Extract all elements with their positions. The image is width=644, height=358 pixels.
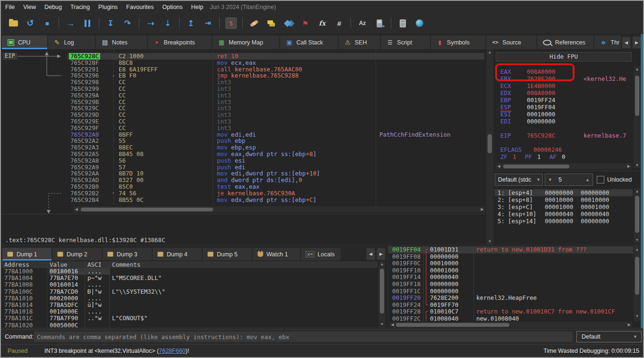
disasm-row[interactable]: 765C92A957push edi xyxy=(1,164,484,171)
menu-debug[interactable]: Debug xyxy=(40,1,66,13)
labels-button[interactable] xyxy=(280,16,297,30)
register-row[interactable]: EDX008A0000 xyxy=(494,89,633,96)
open-file-button[interactable] xyxy=(5,16,22,30)
tab-script[interactable]: ☰Script xyxy=(381,35,430,49)
dump-row[interactable]: 77BA101C77BA7F90..°wL"CONOUT$" xyxy=(1,315,378,322)
hash-button[interactable]: # xyxy=(331,16,348,30)
step-into-button[interactable]: ↧ xyxy=(102,16,119,30)
disasm-row[interactable]: 765C9296▴EB F0jmp kernelbase.765C9288 xyxy=(1,72,484,79)
argument-row[interactable]: 1:[esp+4]0000000000000000 xyxy=(495,189,633,196)
tab-cpu[interactable]: 32CPU xyxy=(2,35,47,49)
stack-row[interactable]: 0019FF1C│00000000 xyxy=(388,288,633,295)
disassembly-v-scrollbar[interactable]: ▲ ▼ xyxy=(486,49,493,244)
disasm-row[interactable]: 765C9291E8 6A19FEFFcall kernelbase.765AA… xyxy=(1,66,484,73)
dump-v-scrollbar[interactable]: ▲ ▼ xyxy=(378,261,385,327)
close-button[interactable]: ■ xyxy=(39,16,56,30)
tab-call-stack[interactable]: ▣Call Stack xyxy=(280,35,337,49)
pause-button[interactable] xyxy=(79,16,96,30)
tab-dump-4[interactable]: Dump 4 xyxy=(153,248,202,261)
menu-view[interactable]: View xyxy=(19,1,40,13)
register-row[interactable]: EBP0019FF24 xyxy=(494,96,633,104)
source-step-toggle-button[interactable]: S xyxy=(223,16,240,30)
disasm-row[interactable]: 765C92AD8327 00and dword ptr ds:[edi],0 xyxy=(1,177,484,183)
tab-scroll-right-button[interactable]: ▶ xyxy=(632,36,641,49)
strings-button[interactable]: Az xyxy=(354,16,371,30)
argument-row[interactable]: 3:[esp+C]0000100000001000 xyxy=(495,203,633,210)
tab-source[interactable]: <>Source xyxy=(486,35,536,49)
disasm-row[interactable]: 765C929ACCint3 xyxy=(1,92,484,99)
execute-till-return-button[interactable]: ↥ xyxy=(182,16,199,30)
dump-row[interactable]: 77BA100800160014.... xyxy=(1,281,378,288)
disasm-row[interactable]: 765C92B48B55 0Cmov edx,dword ptr ss:[ebp… xyxy=(1,197,484,203)
registers-v-scrollbar[interactable]: ▲ ▼ xyxy=(633,66,640,168)
spinner-down-icon[interactable]: ▼ xyxy=(548,174,552,185)
disasm-row[interactable]: 765C92AA8B7D 10mov edi,dword ptr ss:[ebp… xyxy=(1,170,484,177)
dump-row[interactable]: 77BA101477BA5DFCü]°w xyxy=(1,302,378,308)
menu-tracing[interactable]: Tracing xyxy=(66,1,94,13)
bookmarks-button[interactable]: ⚑ xyxy=(297,16,314,30)
dump-tab-scroll-left-button[interactable]: ◀ xyxy=(366,248,375,260)
register-row[interactable]: ECX1E4B0000 xyxy=(494,82,633,89)
tab-references[interactable]: References xyxy=(537,35,593,49)
scrollbar-thumb[interactable] xyxy=(81,208,213,211)
disasm-row[interactable]: 765C929CCCint3 xyxy=(1,105,484,112)
tab-locals[interactable]: x=Locals xyxy=(301,248,341,261)
stack-h-scrollbar[interactable]: ◀ ▶ xyxy=(389,321,632,327)
scrollbar-thumb[interactable] xyxy=(635,257,639,295)
stack-row[interactable]: 0019FF10│00001000 xyxy=(388,267,633,274)
dump-row[interactable]: 77BA100000180016.... xyxy=(1,268,378,275)
calculator-button[interactable] xyxy=(394,16,411,30)
unlocked-checkbox[interactable] xyxy=(597,176,604,183)
scrollbar-thumb[interactable] xyxy=(380,269,384,314)
menu-favourites[interactable]: Favourites xyxy=(122,1,158,13)
menu-help[interactable]: Help xyxy=(187,1,208,13)
menu-file[interactable]: File xyxy=(1,1,19,13)
tab-notes[interactable]: ▤Notes xyxy=(96,35,147,49)
disasm-row[interactable]: 765C9299CCint3 xyxy=(1,86,484,92)
stack-row[interactable]: 0019FF24└0019FF70 xyxy=(388,302,633,309)
disasm-row[interactable]: 765C929BCCint3 xyxy=(1,99,484,105)
argument-row[interactable]: 4:[esp+10]0000004000000040 xyxy=(495,210,633,218)
debuggee-device-button[interactable] xyxy=(371,16,388,30)
dump-row[interactable]: 77BA100477BA7E70p~°wL"MSCOREE.DLL" xyxy=(1,275,378,281)
disasm-row[interactable]: 765C92A58B45 08mov eax,dword ptr ss:[ebp… xyxy=(1,151,484,157)
tab-scroll-left-button[interactable]: ◀ xyxy=(622,36,631,49)
run-to-user-code-button[interactable]: ⇥ xyxy=(199,16,216,30)
internet-button[interactable] xyxy=(411,16,428,30)
dump-row[interactable]: 77BA10200005000C xyxy=(1,322,378,327)
disasm-row[interactable]: 765C929FCCint3 xyxy=(1,125,484,131)
menu-options[interactable]: Options xyxy=(158,1,187,13)
stack-row[interactable]: 0019FF28┌010010C7return to new.010010C7 … xyxy=(388,308,633,315)
scrollbar-thumb[interactable] xyxy=(503,165,569,168)
disasm-row[interactable]: 765C92B2▾74 56je kernelbase.765C930A xyxy=(1,190,484,197)
tab-threads[interactable]: »Thr xyxy=(594,35,621,49)
dump-row[interactable]: 77BA10180010000E.... xyxy=(1,308,378,315)
tab-log[interactable]: ✎Log xyxy=(48,35,95,49)
argument-row[interactable]: 2:[esp+8]0001000000010000 xyxy=(495,196,633,203)
argument-row[interactable]: 5:[esp+14]0000000000000000 xyxy=(495,218,633,225)
dump-tab-scroll-right-button[interactable]: ▶ xyxy=(377,248,386,260)
stack-row[interactable]: 0019FF04┌01001D31return to new.01001D31 … xyxy=(388,246,633,253)
tab-dump-5[interactable]: Dump 5 xyxy=(203,248,252,261)
comments-button[interactable] xyxy=(263,16,280,30)
tab-symbols[interactable]: ▮Symbols xyxy=(431,35,485,49)
spinner-up-icon[interactable]: ▲ xyxy=(585,174,590,185)
register-row[interactable]: EDI00000000 xyxy=(494,118,633,125)
stack-row[interactable]: 0019FF0C│00010000 xyxy=(388,260,633,267)
functions-button[interactable]: fx xyxy=(314,16,331,30)
trace-over-button[interactable]: ⇣ xyxy=(159,16,176,30)
register-row[interactable]: EIP765C928Ckernelbase.7 xyxy=(494,132,633,139)
stack-row[interactable]: 0019FF18│00000000 xyxy=(388,281,633,288)
disasm-row[interactable]: 765C92A38BECmov ebp,esp xyxy=(1,144,484,151)
tab-memory-map[interactable]: ▦Memory Map xyxy=(213,35,279,49)
stack-row[interactable]: 0019FF14│00000040 xyxy=(388,274,633,281)
tab-seh[interactable]: ⚠SEH xyxy=(339,35,380,49)
registers-h-scrollbar[interactable]: ◀ ▶ xyxy=(496,163,632,169)
step-over-button[interactable]: ↷ xyxy=(119,16,136,30)
stack-row[interactable]: 0019FF20│7628E200kernel32.HeapFree xyxy=(388,295,633,302)
tab-watch-1[interactable]: Watch 1 xyxy=(253,248,300,261)
tab-dump-3[interactable]: Dump 3 xyxy=(103,248,152,261)
trace-into-button[interactable]: ⇢ xyxy=(142,16,159,30)
disasm-row[interactable]: 765C928CC2 1000ret 10 xyxy=(1,53,484,60)
calling-convention-select[interactable]: Default (stdc ▼ xyxy=(495,174,543,186)
